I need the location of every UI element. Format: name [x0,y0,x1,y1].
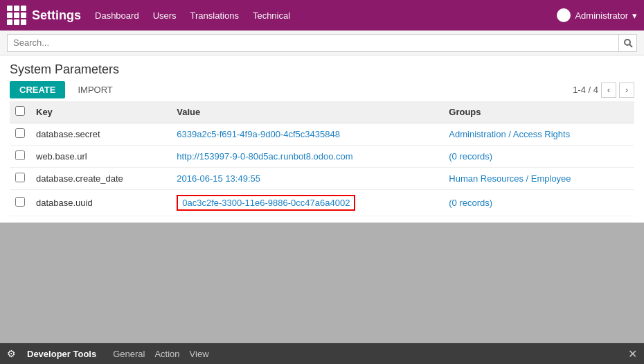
search-input[interactable] [7,34,619,52]
svg-point-2 [625,40,630,45]
devtools-view[interactable]: View [190,349,209,359]
user-menu[interactable]: Administrator ▾ [557,8,637,22]
cell-key: web.base.url [30,146,171,168]
select-all-checkbox[interactable] [15,106,25,116]
cell-value: 2016-06-15 13:49:55 [171,168,443,190]
table-row: database.uuid0ac3c2fe-3300-11e6-9886-0cc… [10,190,634,216]
table-row: web.base.urlhttp://153997-9-0-80d5ac.run… [10,146,634,168]
nav-technical[interactable]: Technical [253,10,290,21]
table-row: database.secret6339a2c5-f691-4f9a-9d00-4… [10,123,634,146]
create-button[interactable]: CREATE [10,81,65,98]
cell-key: database.uuid [30,190,171,216]
app-title[interactable]: Settings [32,8,81,23]
highlighted-value: 0ac3c2fe-3300-11e6-9886-0cc47a6a4002 [177,195,355,211]
pagination-next[interactable]: › [619,83,634,98]
devtools-action[interactable]: Action [154,349,179,359]
search-bar [0,31,644,55]
toolbar: CREATE IMPORT [10,81,120,98]
table-header-row: Key Value Groups [10,101,634,123]
row-checkbox[interactable] [15,128,25,138]
nav-users[interactable]: Users [153,10,177,21]
dev-tools-bar: ⚙ Developer Tools General Action View ✕ [0,343,644,364]
devtools-general[interactable]: General [113,349,145,359]
toolbar-row: CREATE IMPORT 1-4 / 4 ‹ › [0,81,644,98]
header-key: Key [30,101,171,123]
pagination: 1-4 / 4 ‹ › [573,83,634,98]
grid-icon[interactable] [7,6,26,25]
dev-tools-icon: ⚙ [7,348,16,359]
row-checkbox[interactable] [15,173,25,182]
cell-groups: Human Resources / Employee [443,168,634,190]
pagination-count: 1-4 / 4 [573,85,598,95]
page-title: System Parameters [10,62,119,77]
page-content: System Parameters CREATE IMPORT 1-4 / 4 … [0,55,644,343]
user-avatar [557,8,571,22]
row-checkbox[interactable] [15,150,25,160]
user-name: Administrator [575,10,628,21]
svg-point-0 [562,11,566,16]
dev-tools-links: General Action View [113,349,208,359]
user-dropdown-icon: ▾ [632,10,637,21]
search-icon[interactable] [619,34,637,52]
empty-area [0,223,644,344]
import-button[interactable]: IMPORT [71,81,119,98]
table-container: Key Value Groups database.secret6339a2c5… [0,101,644,223]
row-checkbox[interactable] [15,197,25,207]
cell-groups: (0 records) [443,190,634,216]
cell-value: http://153997-9-0-80d5ac.runbot8.odoo.co… [171,146,443,168]
cell-key: database.create_date [30,168,171,190]
nav-translations[interactable]: Translations [190,10,239,21]
header-groups: Groups [443,101,634,123]
svg-point-1 [560,17,569,21]
cell-value: 6339a2c5-f691-4f9a-9d00-4cf5c3435848 [171,123,443,146]
cell-groups: (0 records) [443,146,634,168]
cell-groups: Administration / Access Rights [443,123,634,146]
navbar: Settings Dashboard Users Translations Te… [0,0,644,31]
header-value: Value [171,101,443,123]
table-row: database.create_date2016-06-15 13:49:55H… [10,168,634,190]
nav-links: Dashboard Users Translations Technical [95,10,557,21]
svg-line-3 [629,44,632,47]
cell-value: 0ac3c2fe-3300-11e6-9886-0cc47a6a4002 [171,190,443,216]
cell-key: database.secret [30,123,171,146]
dev-tools-close[interactable]: ✕ [628,347,637,361]
nav-dashboard[interactable]: Dashboard [95,10,139,21]
params-table: Key Value Groups database.secret6339a2c5… [10,101,634,216]
header-checkbox-col [10,101,30,123]
dev-tools-title: Developer Tools [27,349,96,359]
pagination-prev[interactable]: ‹ [601,83,616,98]
page-header: System Parameters [0,55,644,81]
